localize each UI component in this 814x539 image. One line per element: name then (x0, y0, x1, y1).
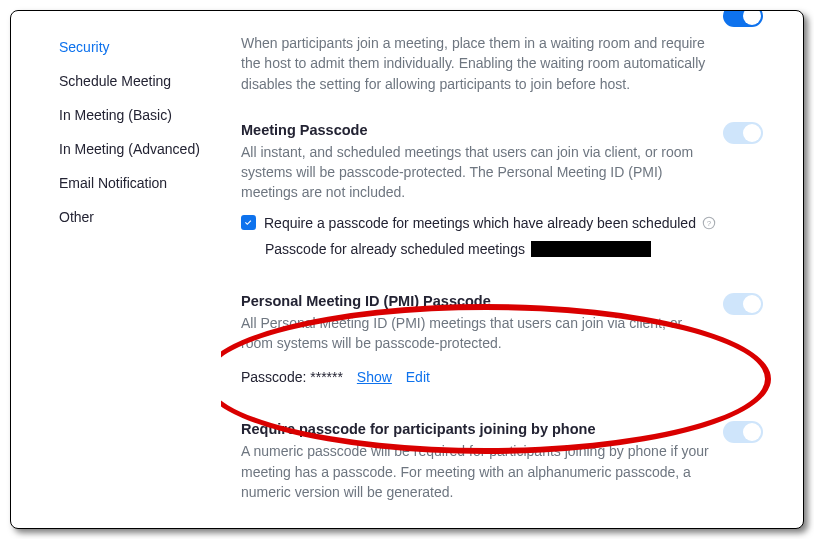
pmi-passcode-toggle[interactable] (723, 293, 763, 315)
sidebar-item-email-notification[interactable]: Email Notification (59, 175, 221, 191)
sidebar-item-other[interactable]: Other (59, 209, 221, 225)
require-passcode-label: Require a passcode for meetings which ha… (264, 215, 696, 231)
pmi-passcode-masked-value: ****** (310, 369, 343, 385)
pmi-passcode-value-row: Passcode: ****** Show Edit (241, 369, 763, 385)
require-passcode-row: Require a passcode for meetings which ha… (241, 215, 763, 231)
waiting-room-toggle[interactable] (723, 11, 763, 27)
sidebar-item-in-meeting-advanced[interactable]: In Meeting (Advanced) (59, 141, 221, 157)
check-icon (243, 217, 254, 228)
scheduled-passcode-label: Passcode for already scheduled meetings (265, 241, 525, 257)
help-icon[interactable]: ? (702, 216, 716, 230)
pmi-passcode-label: Passcode: (241, 369, 306, 385)
sidebar-item-security[interactable]: Security (59, 39, 221, 55)
pmi-passcode-desc: All Personal Meeting ID (PMI) meetings t… (241, 313, 711, 354)
sidebar-item-schedule-meeting[interactable]: Schedule Meeting (59, 73, 221, 89)
setting-phone-passcode: Require passcode for participants joinin… (241, 421, 763, 502)
settings-sidebar: Security Schedule Meeting In Meeting (Ba… (11, 11, 221, 528)
pmi-passcode-edit-link[interactable]: Edit (406, 369, 430, 385)
setting-waiting-room: When participants join a meeting, place … (241, 11, 763, 94)
scheduled-passcode-value-redacted (531, 241, 651, 257)
settings-main: When participants join a meeting, place … (221, 11, 803, 528)
meeting-passcode-toggle[interactable] (723, 122, 763, 144)
waiting-room-desc: When participants join a meeting, place … (241, 33, 711, 94)
require-passcode-checkbox[interactable] (241, 215, 256, 230)
phone-passcode-title: Require passcode for participants joinin… (241, 421, 763, 437)
phone-passcode-desc: A numeric passcode will be required for … (241, 441, 711, 502)
setting-meeting-passcode: Meeting Passcode All instant, and schedu… (241, 122, 763, 257)
meeting-passcode-title: Meeting Passcode (241, 122, 763, 138)
sidebar-item-in-meeting-basic[interactable]: In Meeting (Basic) (59, 107, 221, 123)
meeting-passcode-desc: All instant, and scheduled meetings that… (241, 142, 711, 203)
scheduled-passcode-row: Passcode for already scheduled meetings (265, 241, 763, 257)
setting-pmi-passcode: Personal Meeting ID (PMI) Passcode All P… (241, 293, 763, 386)
pmi-passcode-title: Personal Meeting ID (PMI) Passcode (241, 293, 763, 309)
pmi-passcode-show-link[interactable]: Show (357, 369, 392, 385)
svg-text:?: ? (707, 219, 712, 228)
phone-passcode-toggle[interactable] (723, 421, 763, 443)
